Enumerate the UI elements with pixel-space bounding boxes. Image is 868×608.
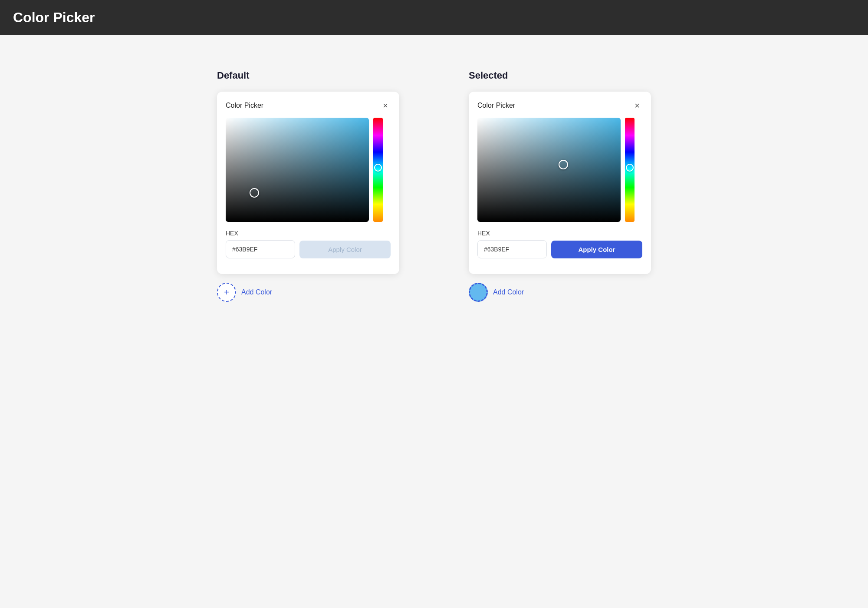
selected-hex-input[interactable] — [477, 240, 547, 258]
default-plus-icon: + — [224, 288, 229, 297]
default-hex-row: Apply Color — [226, 240, 391, 258]
selected-close-button[interactable]: × — [632, 100, 642, 111]
default-picker-card: Color Picker × HEX Apply Color — [217, 92, 399, 274]
default-color-handle[interactable] — [250, 188, 259, 198]
app-header: Color Picker — [0, 0, 868, 35]
selected-add-color-row[interactable]: Add Color — [469, 283, 524, 302]
selected-color-area-wrapper — [477, 118, 642, 222]
default-picker-title: Color Picker — [226, 102, 263, 109]
selected-add-color-label: Add Color — [493, 288, 524, 296]
selected-add-color-circle[interactable] — [469, 283, 488, 302]
default-section-label: Default — [217, 70, 250, 81]
default-hex-label: HEX — [226, 230, 391, 237]
default-hex-section: HEX Apply Color — [226, 230, 391, 258]
selected-picker-title: Color Picker — [477, 102, 515, 109]
default-color-area-wrapper — [226, 118, 391, 222]
selected-hex-label: HEX — [477, 230, 642, 237]
default-section: Default Color Picker × HEX — [217, 70, 399, 302]
default-add-color-circle[interactable]: + — [217, 283, 236, 302]
selected-color-handle[interactable] — [559, 160, 568, 169]
selected-section-label: Selected — [469, 70, 508, 81]
selected-picker-card: Color Picker × HEX Apply Color — [469, 92, 651, 274]
default-apply-button[interactable]: Apply Color — [299, 241, 391, 258]
default-hex-input[interactable] — [226, 240, 295, 258]
default-close-button[interactable]: × — [380, 100, 391, 111]
default-add-color-label: Add Color — [241, 288, 272, 296]
default-gradient-area[interactable] — [226, 118, 369, 222]
default-hue-slider[interactable] — [373, 118, 383, 222]
selected-section: Selected Color Picker × HEX — [469, 70, 651, 302]
default-hue-handle[interactable] — [374, 164, 382, 172]
selected-hue-handle[interactable] — [626, 164, 634, 172]
selected-hex-row: Apply Color — [477, 240, 642, 258]
default-picker-header: Color Picker × — [226, 100, 391, 111]
selected-apply-button[interactable]: Apply Color — [551, 241, 642, 258]
selected-gradient-area[interactable] — [477, 118, 621, 222]
app-title: Color Picker — [13, 10, 95, 25]
selected-picker-header: Color Picker × — [477, 100, 642, 111]
main-content: Default Color Picker × HEX — [0, 35, 868, 337]
default-add-color-row[interactable]: + Add Color — [217, 283, 272, 302]
selected-hue-slider[interactable] — [625, 118, 635, 222]
selected-hex-section: HEX Apply Color — [477, 230, 642, 258]
